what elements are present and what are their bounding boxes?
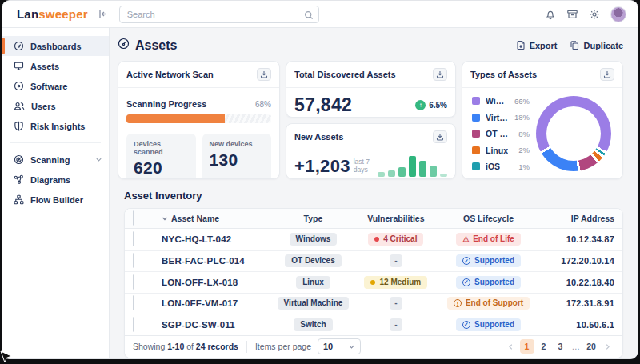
cell-ip-address: 172.31.8.91 <box>566 298 614 308</box>
card-title: Types of Assets <box>470 70 537 79</box>
sidebar-item-dashboards[interactable]: Dashboards <box>2 36 109 56</box>
sparkline-bar <box>419 161 426 176</box>
col-ip-address[interactable]: IP Address <box>571 214 614 223</box>
type-badge: Virtual Machine <box>278 297 350 310</box>
row-checkbox[interactable] <box>133 295 134 310</box>
scan-progress-fill <box>126 114 225 123</box>
legend-item[interactable]: Linux2% <box>472 146 530 155</box>
cell-asset-name: LON-0FF-VM-017 <box>162 298 276 308</box>
page-button-2[interactable]: 2 <box>537 339 551 354</box>
export-label: Export <box>530 41 558 50</box>
bell-icon[interactable] <box>545 9 556 20</box>
sidebar-item-diagrams[interactable]: Diagrams <box>2 170 109 190</box>
warning-triangle-icon: ⚠ <box>462 236 469 243</box>
type-badge: Linux <box>296 276 330 289</box>
prev-page-icon[interactable] <box>504 343 518 350</box>
col-asset-name[interactable]: Asset Name <box>171 214 219 223</box>
search-bar <box>119 6 319 23</box>
page-button-3[interactable]: 3 <box>554 339 568 354</box>
page-title: Assets <box>135 38 177 53</box>
scan-progress-label: Scanning Progress <box>126 99 206 109</box>
active-network-scan-card: Active Network Scan Scanning Progress 68… <box>118 61 280 179</box>
table-row[interactable]: BER-FAC-PLC-014OT Devices-✓Supported172.… <box>125 250 622 272</box>
stat-label: New devices <box>210 140 265 148</box>
legend-item[interactable]: Windows66% <box>472 96 530 106</box>
page-button-1[interactable]: 1 <box>520 339 534 354</box>
new-assets-card: New Assets +1,203 last 7 days <box>286 123 456 180</box>
user-avatar[interactable] <box>610 6 626 22</box>
stat-label: Devices scanned <box>134 140 189 156</box>
chevron-down-icon <box>95 156 102 163</box>
table-body: NYC-HQ-LT-042Windows4 Critical⚠End of Li… <box>125 229 622 335</box>
showing-records-text: Showing 1-10 of 24 records <box>133 342 238 351</box>
types-legend: Windows66%Virtual Machines...18%OT Devic… <box>472 96 530 171</box>
card-download-icon[interactable] <box>257 68 271 81</box>
duplicate-button[interactable]: Duplicate <box>570 40 623 50</box>
table-header-row: Asset Name Type Vulnerabilities OS Lifec… <box>125 209 622 229</box>
sidebar-item-users[interactable]: Users <box>2 96 109 116</box>
items-per-page-select[interactable]: 10 <box>318 338 361 354</box>
severity-dot-icon <box>370 280 375 285</box>
row-checkbox[interactable] <box>133 253 134 268</box>
export-button[interactable]: Export <box>516 40 558 50</box>
legend-swatch <box>472 114 480 122</box>
vuln-badge-none: - <box>390 297 402 310</box>
risk-icon <box>14 121 24 131</box>
next-page-icon[interactable] <box>601 343 614 350</box>
legend-swatch <box>472 97 480 105</box>
scan-stats: Devices scanned620New devices130 <box>126 134 271 179</box>
sparkline-bar <box>398 167 406 177</box>
collapse-sidebar-icon[interactable] <box>98 9 108 19</box>
sidebar-item-software[interactable]: Software <box>2 76 109 96</box>
users-icon <box>14 101 25 111</box>
sidebar-item-assets[interactable]: Assets <box>2 56 109 76</box>
sidebar-divider <box>10 142 101 143</box>
alert-circle-icon: ! <box>454 299 462 307</box>
legend-label: iOS <box>486 162 500 171</box>
legend-label: OT Devices <box>486 129 513 138</box>
table-row[interactable]: LON-0FF-VM-017Virtual Machine-!End of Su… <box>125 293 622 314</box>
card-download-icon[interactable] <box>433 68 447 81</box>
col-vulnerabilities[interactable]: Vulnerabilities <box>350 214 441 223</box>
sparkline-bar <box>430 166 437 177</box>
scan-stat-box: Devices scanned620 <box>126 134 196 179</box>
table-row[interactable]: LON-OFF-LX-018Linux12 Medium✓Supported10… <box>125 271 622 293</box>
col-type[interactable]: Type <box>276 214 351 223</box>
table-row[interactable]: NYC-HQ-LT-042Windows4 Critical⚠End of Li… <box>125 229 622 250</box>
new-assets-value: +1,203 <box>294 156 350 177</box>
page-header: Assets Export Duplicate <box>118 38 623 53</box>
assets-page-icon <box>118 38 130 53</box>
page-button-20[interactable]: 20 <box>584 339 598 354</box>
lifecycle-badge: !End of Support <box>447 297 530 310</box>
sparkline-bar <box>378 172 385 177</box>
sidebar-nav: DashboardsAssetsSoftwareUsersRisk Insigh… <box>2 28 110 358</box>
sidebar-item-risk-insights[interactable]: Risk Insights <box>2 116 109 136</box>
total-assets-delta: ↑ 6.5% <box>415 100 447 110</box>
row-checkbox[interactable] <box>133 274 134 290</box>
card-download-icon[interactable] <box>433 130 447 143</box>
search-icon <box>304 9 314 23</box>
col-os-lifecycle[interactable]: OS Lifecycle <box>441 214 535 223</box>
sidebar-item-label: Diagrams <box>30 175 70 185</box>
card-title: Active Network Scan <box>126 70 214 79</box>
legend-item[interactable]: OT Devices8% <box>472 129 530 138</box>
search-input[interactable] <box>119 6 319 23</box>
footer-divider <box>246 341 247 353</box>
card-download-icon[interactable] <box>600 68 614 81</box>
archive-icon[interactable] <box>566 9 578 20</box>
sort-chevron-icon[interactable] <box>162 215 168 222</box>
select-all-checkbox[interactable] <box>133 210 134 226</box>
type-badge: Switch <box>294 318 332 331</box>
table-row[interactable]: SGP-DC-SW-011Switch-✓Supported10.50.6.1 <box>125 314 622 335</box>
gear-icon[interactable] <box>589 9 600 20</box>
lifecycle-badge: ✓Supported <box>456 318 521 331</box>
sidebar-item-flow-builder[interactable]: Flow Builder <box>2 190 109 210</box>
legend-item[interactable]: iOS1% <box>472 162 530 171</box>
cell-asset-name: NYC-HQ-LT-042 <box>162 234 276 244</box>
sidebar-item-label: Assets <box>30 62 59 71</box>
row-checkbox[interactable] <box>133 317 134 332</box>
row-checkbox[interactable] <box>133 231 134 246</box>
legend-item[interactable]: Virtual Machines...18% <box>472 113 530 122</box>
sidebar-item-scanning[interactable]: Scanning <box>2 150 109 170</box>
total-discovered-assets-card: Total Discovered Assets 57,842 ↑ 6.5% <box>286 61 456 118</box>
